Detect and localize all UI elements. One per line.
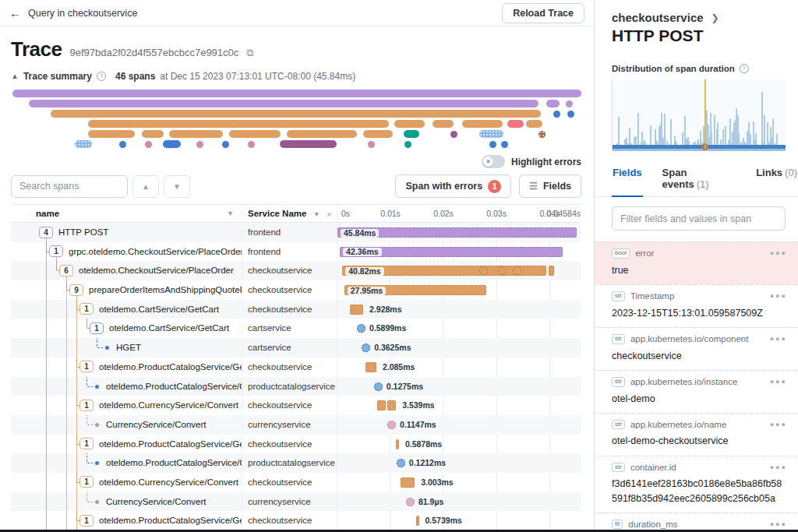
duration-bar[interactable] [416, 516, 419, 526]
minimap-span-bar[interactable] [394, 120, 425, 128]
search-spans-input[interactable] [11, 175, 128, 198]
duration-dot[interactable] [374, 382, 383, 391]
field-item[interactable]: strTimestamp●●●2023-12-15T15:13:01.05958… [595, 284, 798, 327]
span-row[interactable]: 4HTTP POSTfrontend45.84ms🖇︎ [11, 223, 581, 242]
minimap-span-dot[interactable] [566, 100, 573, 107]
span-count-badge[interactable]: 1 [90, 322, 104, 334]
field-actions-menu-icon[interactable]: ●●● [770, 463, 787, 471]
span-count-badge[interactable]: 1 [79, 438, 94, 449]
next-match-button[interactable]: ▼ [164, 175, 190, 198]
fields-button[interactable]: ☰ Fields [519, 174, 581, 198]
span-row[interactable]: 6oteldemo.CheckoutService/PlaceOrderchec… [11, 261, 581, 280]
field-actions-menu-icon[interactable]: ●●● [770, 249, 787, 257]
span-with-errors-button[interactable]: Span with errors 1 [395, 174, 511, 198]
span-row[interactable]: 1oteldemo.ProductCatalogService/GetProdu… [11, 511, 581, 530]
span-row[interactable]: 9prepareOrderItemsAndShippingQuoteFromCa… [11, 280, 581, 300]
span-row[interactable]: 1oteldemo.ProductCatalogService/GetProdu… [11, 358, 581, 377]
minimap-span-bar[interactable] [12, 90, 581, 97]
filter-funnel-icon[interactable]: ⨯︎ [327, 210, 333, 218]
column-menu-chevron-icon[interactable]: ▼ [227, 205, 234, 223]
field-actions-menu-icon[interactable]: ●●● [770, 421, 787, 428]
duration-bar[interactable] [350, 305, 363, 315]
duration-bar[interactable]: 45.84ms [337, 227, 577, 238]
duration-bar[interactable] [387, 400, 396, 410]
minimap-span-bar[interactable] [363, 130, 393, 138]
minimap-span-dot[interactable] [450, 131, 457, 138]
trace-summary-label[interactable]: Trace summary [23, 71, 92, 82]
tab-fields[interactable]: Fields [612, 164, 643, 196]
minimap-span-dot[interactable] [248, 141, 255, 148]
duration-bar-tail[interactable] [549, 266, 554, 276]
attachment-icon[interactable]: 🖇︎ [580, 227, 581, 236]
minimap-span-bar[interactable] [462, 120, 503, 128]
duration-dot[interactable] [397, 459, 405, 467]
field-actions-menu-icon[interactable]: ●●● [770, 378, 787, 386]
span-row[interactable]: 1oteldemo.CurrencyService/Convertcheckou… [11, 396, 581, 415]
minimap-span-bar[interactable] [479, 130, 503, 138]
prev-match-button[interactable]: ▲ [132, 175, 159, 198]
sort-chevron-icon[interactable]: ▼ [313, 210, 320, 218]
collapse-chevron-icon[interactable]: ▲ [11, 72, 19, 80]
span-count-badge[interactable]: 1 [79, 476, 94, 488]
minimap-span-dot[interactable] [553, 111, 560, 118]
minimap-span-bar[interactable] [51, 110, 541, 118]
highlight-errors-toggle[interactable]: ✕ [482, 155, 505, 168]
tab-links[interactable]: Links(0) [755, 164, 798, 196]
span-count-badge[interactable]: 1 [49, 245, 63, 257]
duration-dot[interactable] [362, 344, 370, 352]
minimap-span-bar[interactable] [507, 120, 523, 128]
minimap-span-dot[interactable] [538, 131, 546, 138]
minimap-span-bar[interactable] [546, 100, 560, 107]
span-count-badge[interactable]: 1 [79, 361, 94, 372]
duration-dot[interactable] [357, 324, 365, 333]
minimap-span-dot[interactable] [404, 141, 411, 148]
trace-minimap[interactable] [12, 90, 581, 150]
span-count-badge[interactable]: 6 [59, 265, 73, 277]
duration-dot[interactable] [406, 498, 415, 506]
minimap-span-bar[interactable] [163, 140, 181, 148]
duration-bar[interactable] [401, 477, 415, 488]
field-item[interactable]: boolerror●●●true [595, 241, 798, 284]
service-breadcrumb[interactable]: checkoutservice ❯ [612, 11, 786, 24]
span-row[interactable]: 1oteldemo.CartService/GetCartcartservice… [11, 319, 581, 338]
minimap-span-bar[interactable] [29, 100, 538, 107]
minimap-span-dot[interactable] [501, 141, 508, 148]
field-actions-menu-icon[interactable]: ●●● [770, 292, 787, 300]
span-row[interactable]: 1grpc.oteldemo.CheckoutService/PlaceOrde… [11, 242, 581, 262]
span-row[interactable]: 1oteldemo.ProductCatalogService/GetProdu… [11, 435, 581, 454]
minimap-span-dot[interactable] [145, 141, 152, 148]
back-to-query-link[interactable]: ← Query in checkoutservice [9, 7, 137, 19]
span-event-icon[interactable] [498, 266, 507, 275]
minimap-span-dot[interactable] [489, 141, 496, 148]
field-actions-menu-icon[interactable]: ●●● [770, 335, 787, 343]
minimap-span-bar[interactable] [88, 120, 388, 128]
info-icon[interactable]: ? [97, 72, 106, 81]
span-count-badge[interactable]: 1 [79, 400, 94, 411]
span-row[interactable]: CurrencyService/Convertcurrencyservice81… [11, 492, 581, 512]
duration-bar[interactable]: 42.36ms [340, 247, 562, 257]
minimap-span-bar[interactable] [169, 130, 223, 138]
copy-icon[interactable]: ⧉ [246, 47, 253, 59]
span-row[interactable]: oteldemo.ProductCatalogService/GetPro...… [11, 453, 581, 473]
reload-trace-button[interactable]: Reload Trace [502, 3, 584, 23]
span-row[interactable]: 1oteldemo.CurrencyService/Convertcheckou… [11, 473, 581, 492]
span-count-badge[interactable]: 1 [79, 303, 94, 315]
minimap-span-bar[interactable] [287, 130, 357, 138]
span-row[interactable]: HGETcartservice0.3625ms [11, 338, 581, 358]
duration-distribution-chart[interactable] [612, 79, 786, 151]
field-actions-menu-icon[interactable]: ●●● [770, 520, 787, 528]
info-icon[interactable]: ? [740, 64, 749, 73]
back-arrow-icon[interactable]: ← [9, 7, 21, 19]
duration-bar[interactable]: 27.95ms [344, 285, 487, 295]
span-row[interactable]: oteldemo.ProductCatalogService/GetPro...… [11, 377, 581, 396]
minimap-span-dot[interactable] [222, 141, 229, 148]
minimap-span-bar[interactable] [88, 130, 135, 138]
span-row[interactable]: CurrencyService/Convertcurrencyservice0.… [11, 415, 581, 435]
span-count-badge[interactable]: 9 [69, 284, 83, 296]
minimap-span-bar[interactable] [526, 120, 542, 128]
minimap-span-dot[interactable] [196, 141, 203, 148]
duration-bar[interactable] [396, 439, 399, 449]
minimap-span-dot[interactable] [119, 141, 126, 148]
span-event-icon[interactable] [479, 266, 488, 275]
minimap-span-bar[interactable] [404, 130, 419, 138]
